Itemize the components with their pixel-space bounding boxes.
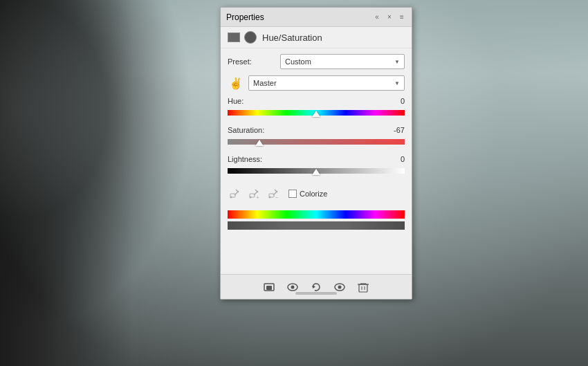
lightness-slider-row: Lightness: 0: [228, 155, 405, 177]
channel-dropdown[interactable]: Master ▼: [248, 75, 405, 91]
preset-dropdown-arrow: ▼: [394, 59, 400, 65]
panel-header: Hue/Saturation: [221, 27, 412, 48]
colorize-wrap: Colorize: [288, 190, 327, 198]
output-color-bar: [228, 221, 405, 230]
svg-text:−: −: [275, 194, 279, 199]
color-bars: [228, 210, 405, 230]
saturation-label: Saturation:: [228, 126, 264, 134]
svg-point-20: [338, 285, 342, 289]
preset-label: Preset:: [228, 57, 276, 66]
svg-rect-21: [359, 284, 367, 292]
scrollbar-hint: [295, 292, 337, 295]
hue-value: 0: [384, 97, 405, 105]
hue-track: [228, 110, 405, 116]
saturation-slider-row: Saturation: -67: [228, 126, 405, 148]
properties-panel: Properties « × ≡ Hue/Saturation Preset: …: [220, 7, 412, 300]
input-color-bar: [228, 210, 405, 219]
adjustment-icon: [244, 31, 257, 44]
collapse-button[interactable]: «: [373, 13, 381, 21]
saturation-thumb: [255, 140, 264, 146]
sat-label-row: Saturation: -67: [228, 126, 405, 134]
menu-button[interactable]: ≡: [398, 13, 406, 21]
delete-button[interactable]: [355, 279, 371, 295]
svg-rect-15: [266, 286, 272, 290]
adjustment-title: Hue/Saturation: [262, 33, 322, 43]
panel-body: Preset: Custom ▼ ✌ Master ▼ Hue: 0: [221, 48, 412, 274]
eyedropper-remove-icon[interactable]: −: [266, 187, 280, 201]
svg-line-2: [235, 191, 239, 195]
hand-tool-icon[interactable]: ✌: [228, 75, 244, 91]
saturation-track: [228, 139, 405, 145]
saturation-slider-wrap[interactable]: [228, 136, 405, 148]
panel-title: Properties: [226, 12, 264, 22]
eyedropper-icon[interactable]: [228, 187, 241, 201]
hue-thumb: [312, 111, 320, 117]
hue-label: Hue:: [228, 97, 244, 105]
lightness-value: 0: [384, 155, 405, 163]
svg-point-12: [269, 196, 271, 199]
preset-row: Preset: Custom ▼: [228, 54, 405, 69]
saturation-value: -67: [384, 126, 405, 134]
hue-label-row: Hue: 0: [228, 97, 405, 105]
hue-slider-wrap[interactable]: [228, 107, 405, 119]
close-button[interactable]: ×: [385, 13, 394, 21]
channel-row: ✌ Master ▼: [228, 75, 405, 91]
preset-value: Custom: [285, 57, 311, 66]
layer-thumbnail-icon: [228, 33, 240, 42]
panel-titlebar: Properties « × ≡: [221, 8, 412, 27]
spacer: [228, 234, 405, 268]
colorize-checkbox[interactable]: [288, 190, 297, 198]
lightness-label: Lightness:: [228, 155, 262, 163]
svg-point-7: [250, 196, 252, 199]
svg-text:+: +: [256, 194, 259, 199]
channel-value: Master: [253, 79, 277, 87]
preset-dropdown[interactable]: Custom ▼: [280, 54, 405, 69]
panel-footer: [221, 274, 412, 299]
colorize-label: Colorize: [300, 190, 327, 198]
lightness-track: [228, 168, 405, 174]
light-label-row: Lightness: 0: [228, 155, 405, 163]
svg-point-3: [230, 196, 232, 199]
lightness-slider-wrap[interactable]: [228, 165, 405, 177]
mask-clip-button[interactable]: [261, 279, 277, 295]
tools-row: + − Colorize: [228, 184, 405, 203]
hue-slider-row: Hue: 0: [228, 97, 405, 119]
svg-marker-18: [313, 285, 315, 289]
titlebar-controls: « × ≡: [373, 13, 406, 21]
channel-dropdown-arrow: ▼: [394, 80, 400, 86]
svg-point-17: [291, 285, 295, 289]
lightness-thumb: [312, 169, 320, 175]
eyedropper-add-icon[interactable]: +: [247, 187, 261, 201]
